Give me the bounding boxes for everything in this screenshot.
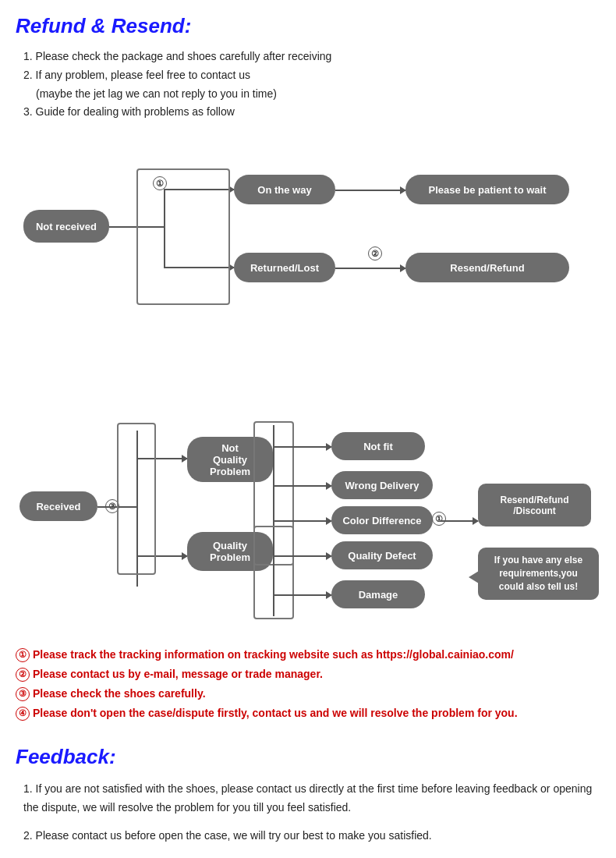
not-received-box: Not received <box>23 210 109 243</box>
feedback-text-2: Please contact us before open the case, … <box>36 829 432 842</box>
feedback-list: 1. If you are not satisfied with the sho… <box>23 780 600 858</box>
note-1: ① Please track the tracking information … <box>16 647 600 663</box>
note-circle-2: ② <box>16 668 30 682</box>
intro-item-3: 3. Guide for dealing with problems as fo… <box>23 103 600 122</box>
intro-item-1: 1. Please check the package and shoes ca… <box>23 48 600 66</box>
damage-box: Damage <box>331 580 425 608</box>
feedback-item-2: 2. Please contact us before open the cas… <box>23 827 600 846</box>
rrd-box: Resend/Refund /Discount <box>478 484 591 526</box>
note-3: ③ Please check the shoes carefully. <box>16 686 600 702</box>
note-2: ② Please contact us by e-mail, message o… <box>16 666 600 682</box>
received-box: Received <box>19 491 97 521</box>
note-text-3: Please check the shoes carefully. <box>33 686 206 702</box>
note-circle-4: ④ <box>16 707 30 721</box>
wrong-delivery-box: Wrong Delivery <box>331 471 433 499</box>
flowchart-1: Not received ① On the way Returned/Lost … <box>16 136 608 385</box>
note-circle-1: ① <box>16 648 30 662</box>
refund-title: Refund & Resend: <box>16 14 600 38</box>
feedback-text-1: If you are not satisfied with the shoes,… <box>23 782 592 814</box>
color-diff-box: Color Difference <box>331 506 433 534</box>
feedback-item-3: 3. If you are satisfied with our shoes o… <box>23 855 600 858</box>
on-the-way-box: On the way <box>234 175 335 204</box>
feedback-item-1: 1. If you are not satisfied with the sho… <box>23 780 600 817</box>
not-fit-box: Not fit <box>331 432 425 460</box>
resend-refund-box: Resend/Refund <box>405 253 569 282</box>
circle-1b: ① <box>432 512 446 526</box>
note-4: ④ Please don't open the case/dispute fir… <box>16 705 600 722</box>
note-text-1: Please track the tracking information on… <box>33 647 514 663</box>
note-circle-3: ③ <box>16 687 30 701</box>
flowchart-2: Received ③ Not Quality Problem Quality P… <box>16 399 608 629</box>
note-text-2: Please contact us by e-mail, message or … <box>33 666 323 682</box>
note-text-4: Please don't open the case/dispute first… <box>33 705 518 722</box>
intro-item-2b: (maybe the jet lag we can not reply to y… <box>36 85 600 104</box>
feedback-num-1: 1. <box>23 782 36 795</box>
feedback-title: Feedback: <box>16 745 600 769</box>
intro-list: 1. Please check the package and shoes ca… <box>23 48 600 122</box>
intro-item-2: 2. If any problem, please feel free to c… <box>23 66 600 85</box>
returned-lost-box: Returned/Lost <box>234 253 335 282</box>
feedback-num-2: 2. <box>23 829 36 842</box>
bubble-box: If you have any else requirements,you co… <box>478 548 599 599</box>
notes-section: ① Please track the tracking information … <box>16 647 600 722</box>
quality-defect-box: Quality Defect <box>331 541 433 569</box>
please-wait-box: Please be patient to wait <box>405 175 569 204</box>
circle-2: ② <box>368 246 382 261</box>
